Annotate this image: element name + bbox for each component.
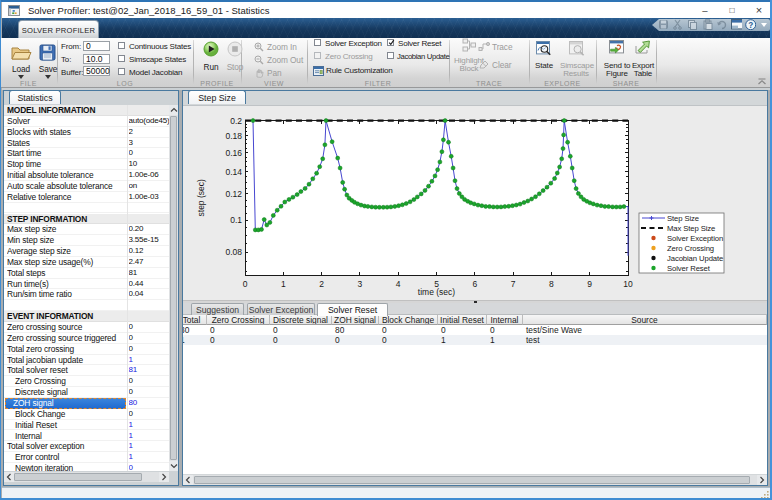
stat-row[interactable]: Total zero crossing0 [4,344,169,355]
simscape-states-checkbox[interactable] [118,55,125,62]
stat-row[interactable]: Stop time10 [4,159,169,170]
bottom-table-cell[interactable]: 0 [270,325,332,335]
stat-row[interactable]: Total solver exception1 [4,441,169,452]
tab-solver-exception[interactable]: Solver Exception [247,303,315,315]
bottom-table-cell[interactable]: test/Sine Wave [523,325,767,335]
tab-solver-profiler[interactable]: SOLVER PROFILER [18,20,99,38]
stat-row[interactable]: Max step size0.20 [4,224,169,235]
stat-row[interactable]: States3 [4,138,169,149]
simscape-results-button[interactable]: Simscape Results [560,38,592,76]
stat-row[interactable]: Internal1 [4,431,169,442]
bottom-table-header[interactable]: Source [523,315,767,325]
bottom-table-header[interactable]: Initial Reset [438,315,487,325]
stat-row[interactable]: Blocks with states2 [4,127,169,138]
bottom-table-header[interactable]: Block Change [379,315,438,325]
zoom-in-button[interactable]: Zoom In [252,41,304,52]
qab-paste-icon[interactable] [702,19,713,30]
bottom-table-cell[interactable]: 80 [183,325,207,335]
stat-row[interactable]: Initial absolute tolerance1.00e-06 [4,170,169,181]
qab-save-icon[interactable] [658,19,669,30]
zoom-out-button[interactable]: Zoom Out [252,54,304,65]
stat-row[interactable]: Run/sim time ratio0.04 [4,289,169,300]
bottom-table-cell[interactable]: 1 [183,335,207,345]
load-button[interactable]: Load [8,39,34,83]
bottom-table-cell[interactable]: test [523,335,767,345]
stat-row[interactable]: Zero crossing source0 [4,322,169,333]
close-button[interactable]: × [746,2,772,19]
stat-section-row[interactable]: EVENT INFORMATION [4,311,169,322]
from-input[interactable]: 0 [83,41,110,51]
bottom-table-cell[interactable]: 0 [379,335,438,345]
send-to-figure-button[interactable]: Send to Figure [603,38,631,76]
stat-row[interactable]: Zero crossing source triggered0 [4,333,169,344]
continuous-states-checkbox[interactable] [118,42,125,49]
tab-step-size[interactable]: Step Size [188,90,246,104]
stat-row[interactable]: Relative tolerance1.00e-03 [4,192,169,203]
clear-button[interactable]: Clear [478,59,522,71]
stat-row[interactable]: Discrete signal0 [4,387,169,398]
export-table-button[interactable]: Export Table [630,38,656,76]
qab-undo-icon[interactable] [716,19,727,30]
bottom-table-cell[interactable]: 0 [379,325,438,335]
buffer-input[interactable]: 50000 [83,66,110,76]
save-button[interactable]: Save [35,39,61,83]
stat-row[interactable]: Initial Reset1 [4,420,169,431]
bottom-table-cell[interactable]: 1 [438,335,487,345]
stat-row[interactable]: Min step size3.55e-15 [4,235,169,246]
tab-solver-reset[interactable]: Solver Reset [317,303,388,316]
stat-section-row[interactable]: STEP INFORMATION [4,214,169,225]
bottom-hscrollbar[interactable] [183,475,767,485]
collapse-ribbon-button[interactable] [757,78,767,85]
stat-row[interactable]: ZOH signal80 [4,398,169,409]
zero-crossing-checkbox[interactable] [314,52,321,59]
bottom-table-cell[interactable]: 0 [438,325,487,335]
qab-dropdown-caret[interactable] [761,23,767,27]
bottom-table-header[interactable]: Discrete signal [270,315,332,325]
bottom-table-header[interactable]: Total [183,315,207,325]
stat-vscrollbar[interactable] [169,105,178,471]
bottom-table-header[interactable]: Zero Crossing [207,315,270,325]
maximize-button[interactable]: □ [719,2,745,19]
stat-row[interactable]: Total jacobian update1 [4,355,169,366]
model-jacobian-checkbox[interactable] [118,68,125,75]
stat-row[interactable]: Error control1 [4,452,169,463]
qab-copy-icon[interactable] [687,19,698,30]
tab-statistics[interactable]: Statistics [9,90,61,104]
bottom-table-cell[interactable]: 0 [270,335,332,345]
bottom-table-cell[interactable]: 0 [332,335,379,345]
stat-row[interactable]: Solverauto(ode45) [4,116,169,127]
stat-hscrollbar[interactable] [4,472,169,482]
solver-reset-checkbox[interactable] [387,39,394,46]
state-button[interactable]: State [531,38,557,76]
stat-row[interactable]: Max step size usage(%)2.47 [4,257,169,268]
tab-suggestion[interactable]: Suggestion [191,303,244,315]
run-button[interactable]: Run [200,39,222,72]
stat-row[interactable]: Auto scale absolute toleranceon [4,181,169,192]
to-input[interactable]: 10.0 [83,54,110,64]
qab-help-icon[interactable]: ? [745,19,756,30]
minimize-button[interactable]: – [692,2,718,19]
stat-row[interactable]: Run time(s)0.44 [4,279,169,290]
stat-row[interactable]: Start time0 [4,148,169,159]
stat-row[interactable]: Zero Crossing0 [4,376,169,387]
pan-button[interactable]: Pan [252,67,304,78]
stat-section-row[interactable]: MODEL INFORMATION [4,105,169,116]
jacobian-update-checkbox[interactable] [387,52,394,59]
stat-row[interactable]: Total steps81 [4,268,169,279]
bottom-table-cell[interactable]: 1 [487,335,523,345]
qab-layout-icon[interactable] [731,19,742,30]
trace-button[interactable]: Trace [478,41,522,53]
bottom-table-cell[interactable]: 0 [487,325,523,335]
stat-row[interactable]: Total solver reset81 [4,365,169,376]
stat-row[interactable]: Average step size0.12 [4,246,169,257]
solver-exception-checkbox[interactable] [314,39,321,46]
qab-cut-icon[interactable] [672,19,683,30]
bottom-table-cell[interactable]: 0 [207,325,270,335]
bottom-table-cell[interactable]: 80 [332,325,379,335]
stat-row[interactable]: Newton iteration0 [4,463,169,471]
stat-row[interactable]: Block Change0 [4,409,169,420]
bottom-table-header[interactable]: Internal [487,315,523,325]
rule-customization-button[interactable]: Rule Customization [312,65,404,77]
bottom-table-cell[interactable]: 0 [207,335,270,345]
stop-button[interactable]: Stop [224,39,246,72]
